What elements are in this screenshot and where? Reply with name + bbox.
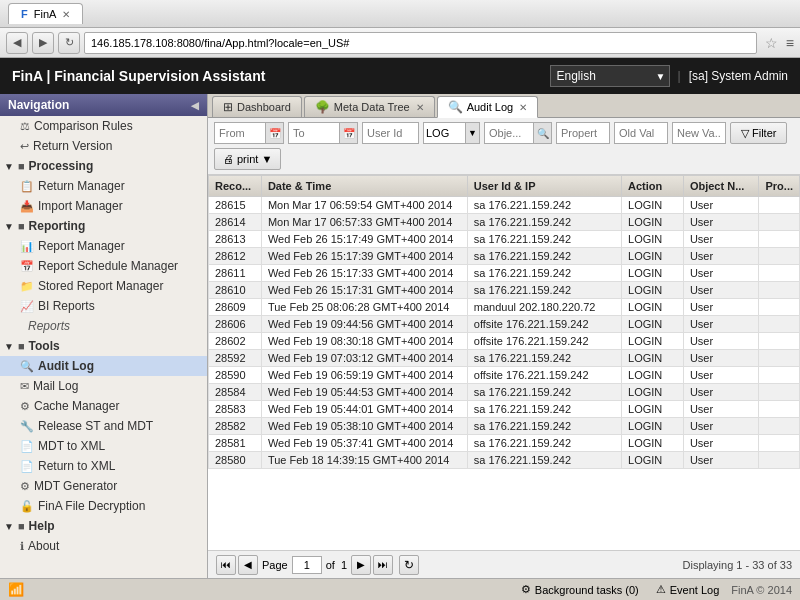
table-row[interactable]: 28609 Tue Feb 25 08:06:28 GMT+400 2014 m… [209,299,800,316]
sidebar-group-reporting[interactable]: ▼ ■ Reporting [0,216,207,236]
col-property[interactable]: Pro... [759,176,800,197]
table-row[interactable]: 28583 Wed Feb 19 05:44:01 GMT+400 2014 s… [209,401,800,418]
sidebar-item-label: Mail Log [33,379,78,393]
table-row[interactable]: 28612 Wed Feb 26 15:17:39 GMT+400 2014 s… [209,248,800,265]
background-tasks-button[interactable]: ⚙ Background tasks (0) [516,581,644,598]
cell-action: LOGIN [622,282,684,299]
object-lookup-icon[interactable]: 🔍 [533,123,551,143]
tab-close-icon[interactable]: ✕ [62,9,70,20]
from-input[interactable] [215,123,265,143]
sidebar-item-bi-reports[interactable]: 📈 BI Reports [0,296,207,316]
print-button-label: print [237,153,258,165]
to-input[interactable] [289,123,339,143]
print-icon: 🖨 [223,153,234,165]
bg-tasks-label: Background tasks (0) [535,584,639,596]
sidebar-group-processing[interactable]: ▼ ■ Processing [0,156,207,176]
tab-meta-data-tree[interactable]: 🌳 Meta Data Tree ✕ [304,96,435,117]
sidebar-item-stored-report-manager[interactable]: 📁 Stored Report Manager [0,276,207,296]
table-row[interactable]: 28582 Wed Feb 19 05:38:10 GMT+400 2014 s… [209,418,800,435]
cell-record: 28590 [209,367,262,384]
table-row[interactable]: 28606 Wed Feb 19 09:44:56 GMT+400 2014 o… [209,316,800,333]
app-header: FinA | Financial Supervision Assistant E… [0,58,800,94]
object-input[interactable] [485,123,533,143]
release-st-mdt-icon: 🔧 [20,420,34,433]
address-bar[interactable] [84,32,757,54]
forward-button[interactable]: ▶ [32,32,54,54]
tab-label: Audit Log [467,101,513,113]
sidebar-item-return-to-xml[interactable]: 📄 Return to XML [0,456,207,476]
table-row[interactable]: 28610 Wed Feb 26 15:17:31 GMT+400 2014 s… [209,282,800,299]
cell-userid-ip: sa 176.221.159.242 [467,401,621,418]
bookmark-star-icon[interactable]: ☆ [765,35,778,51]
page-input[interactable] [292,556,322,574]
table-row[interactable]: 28615 Mon Mar 17 06:59:54 GMT+400 2014 s… [209,197,800,214]
new-val-input[interactable] [673,123,725,143]
tab-dashboard[interactable]: ⊞ Dashboard [212,96,302,117]
table-row[interactable]: 28580 Tue Feb 18 14:39:15 GMT+400 2014 s… [209,452,800,469]
event-log-button[interactable]: ⚠ Event Log [656,583,720,596]
sidebar-item-mdt-generator[interactable]: ⚙ MDT Generator [0,476,207,496]
refresh-button[interactable]: ↻ [58,32,80,54]
sidebar-item-report-manager[interactable]: 📊 Report Manager [0,236,207,256]
table-row[interactable]: 28602 Wed Feb 19 08:30:18 GMT+400 2014 o… [209,333,800,350]
first-page-button[interactable]: ⏮ [216,555,236,575]
print-button[interactable]: 🖨 print ▼ [214,148,281,170]
sidebar-item-audit-log[interactable]: 🔍 Audit Log [0,356,207,376]
sidebar-group-help[interactable]: ▼ ■ Help [0,516,207,536]
sidebar-item-label: MDT to XML [38,439,105,453]
sidebar-item-return-manager[interactable]: 📋 Return Manager [0,176,207,196]
sidebar-item-mdt-to-xml[interactable]: 📄 MDT to XML [0,436,207,456]
cell-record: 28583 [209,401,262,418]
tab-close-icon[interactable]: ✕ [519,102,527,113]
cell-datetime: Wed Feb 19 05:44:53 GMT+400 2014 [261,384,467,401]
sidebar-item-return-version[interactable]: ↩ Return Version [0,136,207,156]
sidebar-item-label: Report Manager [38,239,125,253]
col-object-name[interactable]: Object N... [683,176,759,197]
col-action[interactable]: Action [622,176,684,197]
table-row[interactable]: 28592 Wed Feb 19 07:03:12 GMT+400 2014 s… [209,350,800,367]
of-label: of [326,559,335,571]
old-val-input[interactable] [615,123,667,143]
sidebar-group-label: Help [29,519,55,533]
sidebar-item-label: Return to XML [38,459,115,473]
sidebar-group-tools[interactable]: ▼ ■ Tools [0,336,207,356]
table-row[interactable]: 28613 Wed Feb 26 15:17:49 GMT+400 2014 s… [209,231,800,248]
table-row[interactable]: 28614 Mon Mar 17 06:57:33 GMT+400 2014 s… [209,214,800,231]
sidebar-item-about[interactable]: ℹ About [0,536,207,556]
sidebar-item-release-st-mdt[interactable]: 🔧 Release ST and MDT [0,416,207,436]
col-userid-ip[interactable]: User Id & IP [467,176,621,197]
sidebar-item-import-manager[interactable]: 📥 Import Manager [0,196,207,216]
filter-button[interactable]: ▽ Filter [730,122,787,144]
table-row[interactable]: 28584 Wed Feb 19 05:44:53 GMT+400 2014 s… [209,384,800,401]
prev-page-button[interactable]: ◀ [238,555,258,575]
sidebar-item-comparison-rules[interactable]: ⚖ Comparison Rules [0,116,207,136]
sidebar-item-fina-file-decryption[interactable]: 🔓 FinA File Decryption [0,496,207,516]
refresh-data-button[interactable]: ↻ [399,555,419,575]
language-select[interactable]: English Russian Kazakh [550,65,670,87]
table-row[interactable]: 28590 Wed Feb 19 06:59:19 GMT+400 2014 o… [209,367,800,384]
browser-menu-icon[interactable]: ≡ [786,35,794,51]
sidebar-item-mail-log[interactable]: ✉ Mail Log [0,376,207,396]
table-row[interactable]: 28581 Wed Feb 19 05:37:41 GMT+400 2014 s… [209,435,800,452]
cell-property [759,333,800,350]
audit-log-table: Reco... Date & Time User Id & IP Action … [208,175,800,469]
userid-input[interactable] [363,123,418,143]
next-page-button[interactable]: ▶ [351,555,371,575]
copyright-text: FinA © 2014 [731,584,792,596]
from-calendar-icon[interactable]: 📅 [265,123,283,143]
table-row[interactable]: 28611 Wed Feb 26 15:17:33 GMT+400 2014 s… [209,265,800,282]
tab-close-icon[interactable]: ✕ [416,102,424,113]
new-val-input-group [672,122,726,144]
sidebar-collapse-icon[interactable]: ◀ [191,100,199,111]
to-calendar-icon[interactable]: 📅 [339,123,357,143]
col-datetime[interactable]: Date & Time [261,176,467,197]
tab-audit-log[interactable]: 🔍 Audit Log ✕ [437,96,538,118]
back-button[interactable]: ◀ [6,32,28,54]
property-input[interactable] [557,123,609,143]
sidebar-item-reports[interactable]: Reports [0,316,207,336]
sidebar-item-report-schedule-manager[interactable]: 📅 Report Schedule Manager [0,256,207,276]
browser-tab[interactable]: F FinA ✕ [8,3,83,24]
col-record[interactable]: Reco... [209,176,262,197]
last-page-button[interactable]: ⏭ [373,555,393,575]
sidebar-item-cache-manager[interactable]: ⚙ Cache Manager [0,396,207,416]
